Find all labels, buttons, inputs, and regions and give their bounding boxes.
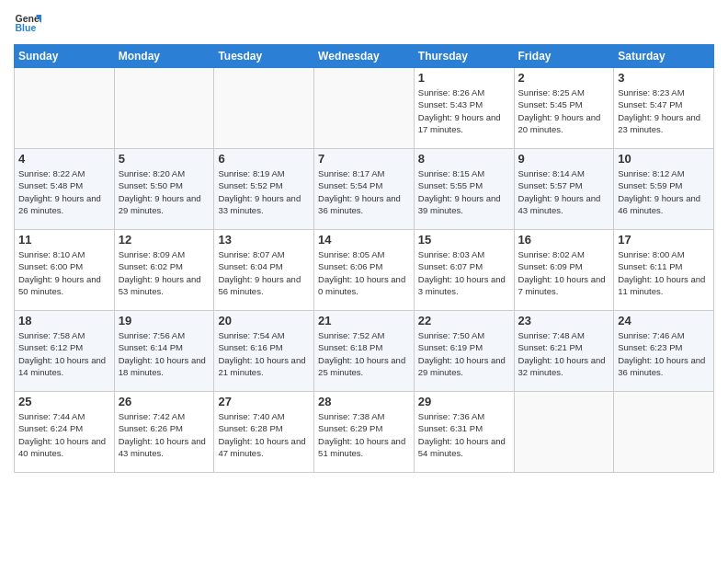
day-cell: 7Sunrise: 8:17 AM Sunset: 5:54 PM Daylig… [314,149,415,230]
day-number: 3 [618,71,710,85]
day-number: 18 [18,314,110,327]
day-cell: 17Sunrise: 8:00 AM Sunset: 6:11 PM Dayli… [614,230,714,311]
day-info: Sunrise: 8:09 AM Sunset: 6:02 PM Dayligh… [119,248,210,297]
day-cell: 24Sunrise: 7:46 AM Sunset: 6:23 PM Dayli… [614,311,714,392]
day-number: 2 [518,71,610,85]
day-info: Sunrise: 8:07 AM Sunset: 6:04 PM Dayligh… [218,248,310,297]
day-info: Sunrise: 8:14 AM Sunset: 5:57 PM Dayligh… [518,167,610,216]
logo: General Blue [14,9,41,37]
day-number: 21 [318,314,410,327]
day-info: Sunrise: 7:52 AM Sunset: 6:18 PM Dayligh… [318,329,410,378]
day-info: Sunrise: 7:56 AM Sunset: 6:14 PM Dayligh… [119,329,210,378]
day-number: 17 [618,233,710,247]
day-cell: 5Sunrise: 8:20 AM Sunset: 5:50 PM Daylig… [114,149,214,230]
header: General Blue [14,9,714,37]
day-info: Sunrise: 8:10 AM Sunset: 6:00 PM Dayligh… [18,248,110,297]
day-cell: 19Sunrise: 7:56 AM Sunset: 6:14 PM Dayli… [114,311,214,392]
day-cell: 1Sunrise: 8:26 AM Sunset: 5:43 PM Daylig… [414,68,514,149]
day-info: Sunrise: 8:12 AM Sunset: 5:59 PM Dayligh… [618,167,710,216]
day-info: Sunrise: 8:26 AM Sunset: 5:43 PM Dayligh… [418,86,510,135]
day-cell: 27Sunrise: 7:40 AM Sunset: 6:28 PM Dayli… [214,392,314,473]
day-cell: 13Sunrise: 8:07 AM Sunset: 6:04 PM Dayli… [214,230,314,311]
day-info: Sunrise: 7:50 AM Sunset: 6:19 PM Dayligh… [418,329,510,378]
header-cell-sunday: Sunday [15,45,115,68]
header-cell-tuesday: Tuesday [214,45,314,68]
day-number: 19 [119,314,210,327]
day-cell [514,392,614,473]
day-cell [214,68,314,149]
day-info: Sunrise: 8:25 AM Sunset: 5:45 PM Dayligh… [518,86,610,135]
day-number: 29 [418,395,510,408]
day-cell: 20Sunrise: 7:54 AM Sunset: 6:16 PM Dayli… [214,311,314,392]
day-number: 22 [418,314,510,327]
day-info: Sunrise: 8:03 AM Sunset: 6:07 PM Dayligh… [418,248,510,297]
day-cell: 10Sunrise: 8:12 AM Sunset: 5:59 PM Dayli… [614,149,714,230]
day-cell: 6Sunrise: 8:19 AM Sunset: 5:52 PM Daylig… [214,149,314,230]
day-cell: 25Sunrise: 7:44 AM Sunset: 6:24 PM Dayli… [15,392,115,473]
day-info: Sunrise: 7:58 AM Sunset: 6:12 PM Dayligh… [18,329,110,378]
day-number: 11 [18,233,110,247]
calendar-table: SundayMondayTuesdayWednesdayThursdayFrid… [14,44,714,473]
day-info: Sunrise: 8:23 AM Sunset: 5:47 PM Dayligh… [618,86,710,135]
day-cell [15,68,115,149]
day-number: 27 [218,395,310,408]
day-cell: 28Sunrise: 7:38 AM Sunset: 6:29 PM Dayli… [314,392,415,473]
day-number: 1 [418,71,510,85]
day-number: 28 [318,395,410,408]
week-row: 4Sunrise: 8:22 AM Sunset: 5:48 PM Daylig… [15,149,714,230]
day-cell: 9Sunrise: 8:14 AM Sunset: 5:57 PM Daylig… [514,149,614,230]
day-number: 16 [518,233,610,247]
header-cell-thursday: Thursday [414,45,514,68]
day-info: Sunrise: 7:36 AM Sunset: 6:31 PM Dayligh… [418,410,510,459]
header-cell-wednesday: Wednesday [314,45,415,68]
day-cell: 23Sunrise: 7:48 AM Sunset: 6:21 PM Dayli… [514,311,614,392]
day-info: Sunrise: 8:17 AM Sunset: 5:54 PM Dayligh… [318,167,410,216]
day-number: 25 [18,395,110,408]
day-cell: 14Sunrise: 8:05 AM Sunset: 6:06 PM Dayli… [314,230,415,311]
day-number: 24 [618,314,710,327]
day-cell: 11Sunrise: 8:10 AM Sunset: 6:00 PM Dayli… [15,230,115,311]
day-cell: 21Sunrise: 7:52 AM Sunset: 6:18 PM Dayli… [314,311,415,392]
day-number: 12 [119,233,210,247]
day-number: 15 [418,233,510,247]
day-cell: 12Sunrise: 8:09 AM Sunset: 6:02 PM Dayli… [114,230,214,311]
day-number: 5 [119,152,210,166]
svg-text:Blue: Blue [16,22,37,33]
day-info: Sunrise: 8:15 AM Sunset: 5:55 PM Dayligh… [418,167,510,216]
day-cell: 26Sunrise: 7:42 AM Sunset: 6:26 PM Dayli… [114,392,214,473]
day-info: Sunrise: 8:20 AM Sunset: 5:50 PM Dayligh… [119,167,210,216]
day-cell: 8Sunrise: 8:15 AM Sunset: 5:55 PM Daylig… [414,149,514,230]
day-cell: 3Sunrise: 8:23 AM Sunset: 5:47 PM Daylig… [614,68,714,149]
day-number: 14 [318,233,410,247]
day-number: 13 [218,233,310,247]
day-cell [114,68,214,149]
day-number: 26 [119,395,210,408]
day-cell: 18Sunrise: 7:58 AM Sunset: 6:12 PM Dayli… [15,311,115,392]
week-row: 1Sunrise: 8:26 AM Sunset: 5:43 PM Daylig… [15,68,714,149]
header-cell-saturday: Saturday [614,45,714,68]
day-cell: 22Sunrise: 7:50 AM Sunset: 6:19 PM Dayli… [414,311,514,392]
week-row: 18Sunrise: 7:58 AM Sunset: 6:12 PM Dayli… [15,311,714,392]
calendar-page: General Blue SundayMondayTuesdayWednesda… [0,0,728,563]
day-info: Sunrise: 8:19 AM Sunset: 5:52 PM Dayligh… [218,167,310,216]
day-number: 8 [418,152,510,166]
header-cell-friday: Friday [514,45,614,68]
header-row: SundayMondayTuesdayWednesdayThursdayFrid… [15,45,714,68]
day-info: Sunrise: 7:44 AM Sunset: 6:24 PM Dayligh… [18,410,110,459]
day-cell [314,68,415,149]
day-cell: 29Sunrise: 7:36 AM Sunset: 6:31 PM Dayli… [414,392,514,473]
day-cell: 4Sunrise: 8:22 AM Sunset: 5:48 PM Daylig… [15,149,115,230]
day-info: Sunrise: 8:00 AM Sunset: 6:11 PM Dayligh… [618,248,710,297]
day-cell: 2Sunrise: 8:25 AM Sunset: 5:45 PM Daylig… [514,68,614,149]
day-info: Sunrise: 7:48 AM Sunset: 6:21 PM Dayligh… [518,329,610,378]
day-info: Sunrise: 8:05 AM Sunset: 6:06 PM Dayligh… [318,248,410,297]
day-info: Sunrise: 8:22 AM Sunset: 5:48 PM Dayligh… [18,167,110,216]
day-info: Sunrise: 7:42 AM Sunset: 6:26 PM Dayligh… [119,410,210,459]
day-number: 23 [518,314,610,327]
day-number: 7 [318,152,410,166]
day-info: Sunrise: 7:40 AM Sunset: 6:28 PM Dayligh… [218,410,310,459]
day-cell: 15Sunrise: 8:03 AM Sunset: 6:07 PM Dayli… [414,230,514,311]
day-info: Sunrise: 7:54 AM Sunset: 6:16 PM Dayligh… [218,329,310,378]
day-number: 4 [18,152,110,166]
day-info: Sunrise: 8:02 AM Sunset: 6:09 PM Dayligh… [518,248,610,297]
